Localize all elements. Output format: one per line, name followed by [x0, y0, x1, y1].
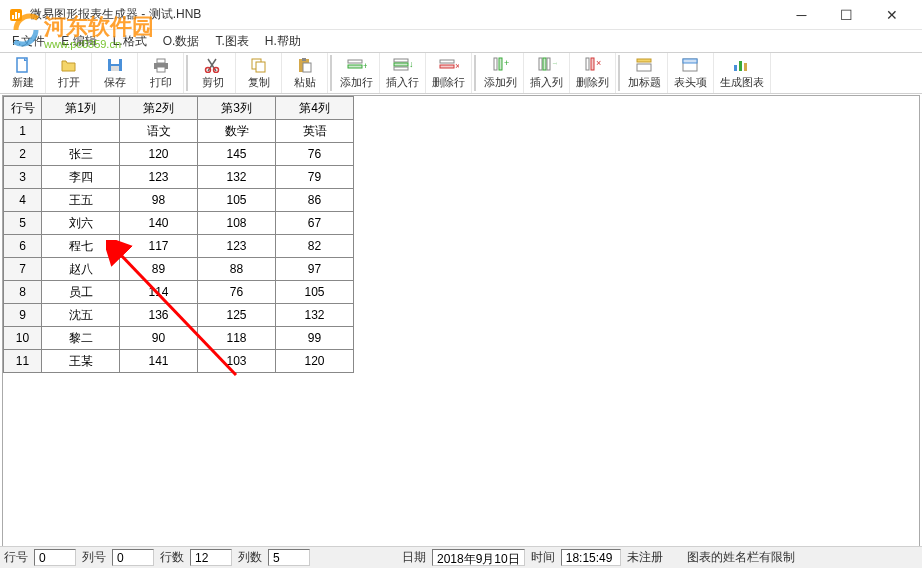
- cell[interactable]: 程七: [42, 235, 120, 258]
- cell[interactable]: 120: [276, 350, 354, 373]
- cell[interactable]: 103: [198, 350, 276, 373]
- cell[interactable]: 125: [198, 304, 276, 327]
- cell[interactable]: 王五: [42, 189, 120, 212]
- svg-rect-14: [256, 62, 265, 72]
- cell[interactable]: 员工: [42, 281, 120, 304]
- column-header[interactable]: 第2列: [120, 97, 198, 120]
- cell[interactable]: 108: [198, 212, 276, 235]
- cell[interactable]: 117: [120, 235, 198, 258]
- data-grid[interactable]: 行号第1列第2列第3列第4列1语文数学英语2张三120145763李四12313…: [3, 96, 354, 373]
- row-number[interactable]: 2: [4, 143, 42, 166]
- toolbar-separator: [330, 55, 332, 91]
- maximize-button[interactable]: ☐: [824, 1, 869, 29]
- cell[interactable]: [42, 120, 120, 143]
- cell[interactable]: 数学: [198, 120, 276, 143]
- insert-col-button[interactable]: → 插入列: [524, 53, 570, 93]
- row-number[interactable]: 11: [4, 350, 42, 373]
- menu-data[interactable]: O.数据: [155, 31, 208, 52]
- cell[interactable]: 114: [120, 281, 198, 304]
- cell[interactable]: 105: [198, 189, 276, 212]
- print-button[interactable]: 打印: [138, 53, 184, 93]
- row-number[interactable]: 9: [4, 304, 42, 327]
- cell[interactable]: 120: [120, 143, 198, 166]
- svg-text:↓: ↓: [409, 59, 413, 69]
- cell[interactable]: 136: [120, 304, 198, 327]
- cell[interactable]: 132: [276, 304, 354, 327]
- cell[interactable]: 118: [198, 327, 276, 350]
- content-area[interactable]: 行号第1列第2列第3列第4列1语文数学英语2张三120145763李四12313…: [2, 95, 920, 547]
- cell[interactable]: 67: [276, 212, 354, 235]
- save-button[interactable]: 保存: [92, 53, 138, 93]
- cell[interactable]: 105: [276, 281, 354, 304]
- cut-button[interactable]: 剪切: [190, 53, 236, 93]
- copy-button[interactable]: 复制: [236, 53, 282, 93]
- cell[interactable]: 76: [198, 281, 276, 304]
- add-col-button[interactable]: + 添加列: [478, 53, 524, 93]
- new-button[interactable]: 新建: [0, 53, 46, 93]
- cell[interactable]: 97: [276, 258, 354, 281]
- header-button[interactable]: 表头项: [668, 53, 714, 93]
- add-row-button[interactable]: + 添加行: [334, 53, 380, 93]
- cell[interactable]: 79: [276, 166, 354, 189]
- cell[interactable]: 82: [276, 235, 354, 258]
- cell[interactable]: 88: [198, 258, 276, 281]
- rownum-header[interactable]: 行号: [4, 97, 42, 120]
- cell[interactable]: 123: [120, 166, 198, 189]
- column-header[interactable]: 第1列: [42, 97, 120, 120]
- row-number[interactable]: 7: [4, 258, 42, 281]
- row-number[interactable]: 5: [4, 212, 42, 235]
- menu-file[interactable]: F.文件: [4, 31, 53, 52]
- svg-rect-22: [394, 63, 408, 66]
- row-number[interactable]: 10: [4, 327, 42, 350]
- cell[interactable]: 86: [276, 189, 354, 212]
- cell[interactable]: 张三: [42, 143, 120, 166]
- new-label: 新建: [12, 75, 34, 90]
- status-msg: 图表的姓名栏有限制: [687, 549, 795, 566]
- paste-button[interactable]: 粘贴: [282, 53, 328, 93]
- row-number[interactable]: 8: [4, 281, 42, 304]
- cell[interactable]: 沈五: [42, 304, 120, 327]
- menu-edit[interactable]: E.编辑: [53, 31, 104, 52]
- svg-text:+: +: [363, 61, 367, 71]
- minimize-button[interactable]: ─: [779, 1, 824, 29]
- cell[interactable]: 141: [120, 350, 198, 373]
- add-title-icon: [635, 56, 655, 74]
- cell[interactable]: 王某: [42, 350, 120, 373]
- cell[interactable]: 刘六: [42, 212, 120, 235]
- insert-row-button[interactable]: ↓ 插入行: [380, 53, 426, 93]
- delete-row-button[interactable]: × 删除行: [426, 53, 472, 93]
- cell[interactable]: 英语: [276, 120, 354, 143]
- cell[interactable]: 123: [198, 235, 276, 258]
- menu-chart[interactable]: T.图表: [207, 31, 256, 52]
- menu-format[interactable]: L.格式: [105, 31, 155, 52]
- row-number[interactable]: 6: [4, 235, 42, 258]
- insert-row-label: 插入行: [386, 75, 419, 90]
- delete-col-button[interactable]: × 删除列: [570, 53, 616, 93]
- svg-rect-7: [111, 66, 119, 71]
- row-number[interactable]: 4: [4, 189, 42, 212]
- cell[interactable]: 89: [120, 258, 198, 281]
- cell[interactable]: 90: [120, 327, 198, 350]
- column-header[interactable]: 第4列: [276, 97, 354, 120]
- cell[interactable]: 99: [276, 327, 354, 350]
- cell[interactable]: 黎二: [42, 327, 120, 350]
- cell[interactable]: 145: [198, 143, 276, 166]
- open-button[interactable]: 打开: [46, 53, 92, 93]
- svg-rect-33: [547, 58, 550, 70]
- cell[interactable]: 98: [120, 189, 198, 212]
- cell[interactable]: 132: [198, 166, 276, 189]
- cell[interactable]: 76: [276, 143, 354, 166]
- cell[interactable]: 140: [120, 212, 198, 235]
- row-number[interactable]: 3: [4, 166, 42, 189]
- add-title-button[interactable]: 加标题: [622, 53, 668, 93]
- cell[interactable]: 赵八: [42, 258, 120, 281]
- gen-chart-button[interactable]: 生成图表: [714, 53, 771, 93]
- print-icon: [151, 56, 171, 74]
- column-header[interactable]: 第3列: [198, 97, 276, 120]
- cell[interactable]: 语文: [120, 120, 198, 143]
- cell[interactable]: 李四: [42, 166, 120, 189]
- menu-help[interactable]: H.帮助: [257, 31, 309, 52]
- row-number[interactable]: 1: [4, 120, 42, 143]
- close-button[interactable]: ✕: [869, 1, 914, 29]
- statusbar: 行号 0 列号 0 行数 12 列数 5 日期 2018年9月10日 时间 18…: [0, 546, 922, 568]
